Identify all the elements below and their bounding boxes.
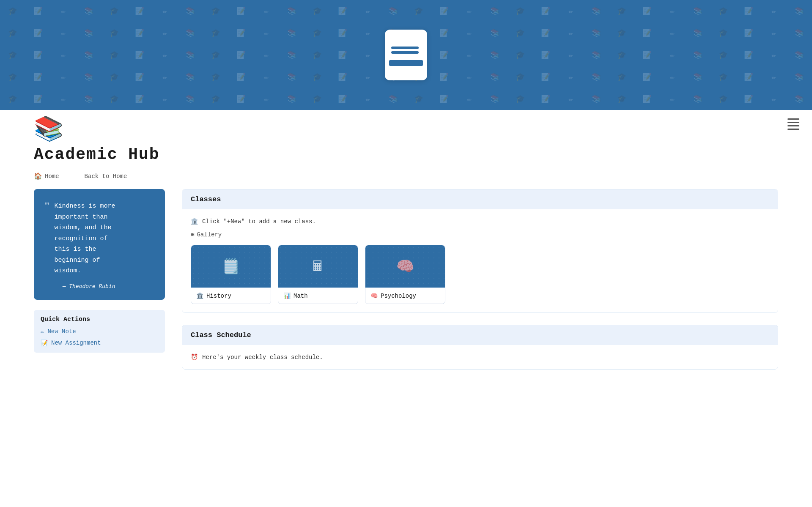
pattern-cell: 📝 xyxy=(634,44,660,66)
pattern-cell: 📚 xyxy=(279,66,304,88)
history-emoji: 🏛️ xyxy=(196,292,203,299)
quote-box: " Kindness is moreimportant thanwisdom, … xyxy=(34,189,165,300)
pattern-cell: 📝 xyxy=(736,44,761,66)
pattern-cell: 📚 xyxy=(584,44,609,66)
hamburger-menu[interactable] xyxy=(787,118,799,130)
pattern-cell: 📝 xyxy=(431,0,457,22)
pattern-cell: 🎓 xyxy=(609,0,634,22)
pattern-cell: 📝 xyxy=(634,22,660,44)
books-emoji: 📚 xyxy=(34,118,778,142)
pattern-cell: 🎓 xyxy=(508,0,533,22)
breadcrumb-home[interactable]: 🏠 Home xyxy=(34,172,59,181)
pattern-cell: 🎓 xyxy=(508,88,533,110)
pattern-cell: 📝 xyxy=(228,22,254,44)
pattern-cell: 📝 xyxy=(431,66,457,88)
pattern-cell: ✏️ xyxy=(355,44,381,66)
pattern-cell: ✏️ xyxy=(51,66,76,88)
logo-lines xyxy=(391,44,421,56)
pattern-cell: 📚 xyxy=(482,0,508,22)
pattern-cell: 📚 xyxy=(178,22,203,44)
class-card-math[interactable]: 🖩 📊 Math xyxy=(278,245,358,304)
pattern-cell: 📚 xyxy=(787,0,812,22)
pattern-cell: ✏️ xyxy=(51,44,76,66)
schedule-section-body: ⏰ Here's your weekly class schedule. xyxy=(182,345,778,369)
class-card-psychology-label: 🧠 Psychology xyxy=(365,288,445,304)
hamburger-line-4 xyxy=(787,129,799,130)
pattern-cell: 🎓 xyxy=(508,22,533,44)
new-note-label: New Note xyxy=(47,328,76,335)
pattern-cell: 🎓 xyxy=(710,22,736,44)
right-column: Classes 🏛️ Click "+New" to add a new cla… xyxy=(182,189,778,381)
home-label: Home xyxy=(45,173,59,180)
pattern-cell: ✏️ xyxy=(457,44,482,66)
class-card-psychology[interactable]: 🧠 🧠 Psychology xyxy=(365,245,445,304)
pattern-cell: 🎓 xyxy=(203,44,228,66)
pattern-cell: ✏️ xyxy=(660,22,685,44)
pattern-cell: 📚 xyxy=(279,44,304,66)
pattern-cell: 🎓 xyxy=(609,44,634,66)
pattern-cell: 🎓 xyxy=(0,44,25,66)
pattern-cell: 📝 xyxy=(634,0,660,22)
pattern-cell: 📝 xyxy=(533,0,558,22)
pattern-cell: ✏️ xyxy=(152,44,178,66)
pattern-cell: ✏️ xyxy=(558,44,584,66)
breadcrumb-row: 🏠 Home Back to Home xyxy=(0,172,812,181)
pattern-cell: 📚 xyxy=(76,88,102,110)
quote-text: Kindness is moreimportant thanwisdom, an… xyxy=(54,201,115,277)
pattern-cell: 📝 xyxy=(533,66,558,88)
pattern-cell: ✏️ xyxy=(152,88,178,110)
history-label-text: History xyxy=(206,293,231,299)
pattern-cell: ✏️ xyxy=(152,22,178,44)
left-column: " Kindness is moreimportant thanwisdom, … xyxy=(34,189,165,381)
pattern-cell: 📝 xyxy=(736,66,761,88)
pattern-cell: 📚 xyxy=(584,66,609,88)
class-card-math-thumb: 🖩 xyxy=(278,245,358,288)
pattern-cell: ✏️ xyxy=(558,66,584,88)
pattern-cell: ✏️ xyxy=(457,66,482,88)
pattern-cell: ✏️ xyxy=(761,88,787,110)
pattern-cell: ✏️ xyxy=(457,0,482,22)
pattern-cell: 🎓 xyxy=(508,66,533,88)
pattern-cell: 📝 xyxy=(127,88,152,110)
class-card-history[interactable]: 🗒️ 🏛️ History xyxy=(191,245,271,304)
pattern-cell: 📚 xyxy=(685,0,710,22)
pattern-cell: 📚 xyxy=(685,22,710,44)
pattern-cell: 📝 xyxy=(431,22,457,44)
pattern-cell: 📚 xyxy=(584,88,609,110)
pattern-cell: 🎓 xyxy=(304,88,330,110)
pattern-cell: ✏️ xyxy=(254,66,279,88)
pattern-cell: ✏️ xyxy=(761,22,787,44)
pattern-cell: 📝 xyxy=(533,22,558,44)
pattern-cell: 📚 xyxy=(685,44,710,66)
pattern-cell: 🎓 xyxy=(304,44,330,66)
pattern-cell: 🎓 xyxy=(304,66,330,88)
pattern-cell: ✏️ xyxy=(152,0,178,22)
pattern-cell: 🎓 xyxy=(508,44,533,66)
pattern-cell: 📝 xyxy=(25,0,51,22)
pattern-cell: ✏️ xyxy=(254,22,279,44)
pattern-cell: 📝 xyxy=(736,88,761,110)
new-note-icon: ✏️ xyxy=(41,328,44,335)
pattern-cell: 📚 xyxy=(482,44,508,66)
quick-action-new-assignment[interactable]: 📝 New Assignment xyxy=(41,340,158,347)
pattern-cell: 📚 xyxy=(787,88,812,110)
pattern-cell: 🎓 xyxy=(203,0,228,22)
pattern-cell: 📝 xyxy=(736,0,761,22)
main-layout: " Kindness is moreimportant thanwisdom, … xyxy=(0,189,812,381)
pattern-cell: 📝 xyxy=(634,88,660,110)
pattern-cell: 📝 xyxy=(25,88,51,110)
pattern-cell: 🎓 xyxy=(203,22,228,44)
class-card-psychology-thumb: 🧠 xyxy=(365,245,445,288)
pattern-cell: 📝 xyxy=(25,66,51,88)
pattern-cell: 📚 xyxy=(76,22,102,44)
pattern-cell: ✏️ xyxy=(254,88,279,110)
pattern-cell: ✏️ xyxy=(355,88,381,110)
hamburger-line-2 xyxy=(787,122,799,123)
pattern-cell: 📚 xyxy=(482,22,508,44)
math-label-text: Math xyxy=(294,293,308,299)
quick-action-new-note[interactable]: ✏️ New Note xyxy=(41,328,158,335)
gallery-row[interactable]: ⊞ Gallery xyxy=(191,231,769,238)
pattern-cell: 🎓 xyxy=(0,88,25,110)
breadcrumb-back[interactable]: Back to Home xyxy=(85,173,127,180)
pattern-cell: 🎓 xyxy=(0,66,25,88)
